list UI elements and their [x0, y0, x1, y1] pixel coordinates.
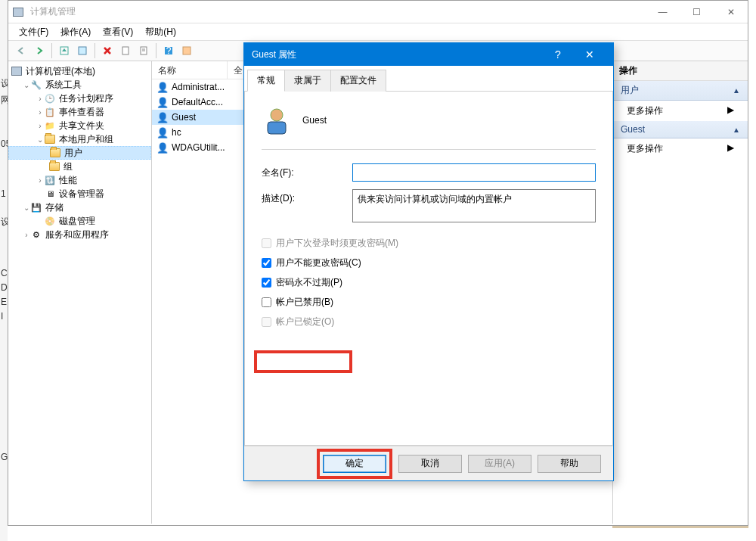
titlebar[interactable]: 计算机管理 — ☐ ✕: [8, 1, 748, 23]
actions-section-guest[interactable]: Guest▲: [613, 121, 748, 138]
actions-more-user[interactable]: 更多操作▶: [613, 101, 748, 121]
fullname-input[interactable]: [352, 163, 596, 182]
svg-rect-1: [79, 47, 86, 54]
tree-storage[interactable]: ⌄💾存储: [8, 201, 151, 214]
check-disabled-box[interactable]: [262, 297, 271, 307]
tree-disk-mgmt[interactable]: 📀磁盘管理: [8, 214, 151, 228]
dialog-tabs: 常规 隶属于 配置文件: [244, 66, 613, 92]
page2-button[interactable]: [135, 42, 152, 59]
tree-task-scheduler[interactable]: ›🕒任务计划程序: [8, 92, 151, 105]
tree-device-manager[interactable]: 🖥设备管理器: [8, 187, 151, 201]
app-icon: [13, 8, 23, 17]
up-button[interactable]: [56, 42, 73, 59]
user-icon: 👤: [156, 96, 169, 108]
svg-text:?: ?: [166, 45, 172, 56]
check-next-login: 用户下次登录时须更改密码(M): [262, 233, 596, 253]
check-cant-change[interactable]: 用户不能更改密码(C): [262, 253, 596, 272]
tree-root[interactable]: 计算机管理(本地): [8, 64, 151, 78]
check-never-expire-box[interactable]: [262, 278, 271, 288]
actions-more-guest[interactable]: 更多操作▶: [613, 138, 748, 159]
fullname-label: 全名(F):: [262, 163, 352, 179]
check-disabled[interactable]: 帐户已禁用(B): [262, 292, 596, 312]
delete-button[interactable]: [99, 42, 116, 59]
ok-button[interactable]: 确定: [323, 455, 386, 473]
actions-panel: 操作 用户▲ 更多操作▶ Guest▲ 更多操作▶: [613, 61, 748, 524]
menu-help[interactable]: 帮助(H): [141, 24, 181, 40]
tree-local-users-groups[interactable]: ⌄本地用户和组: [8, 132, 151, 146]
check-cant-change-box[interactable]: [262, 258, 271, 268]
apply-button: 应用(A): [468, 455, 531, 473]
user-icon: 👤: [156, 111, 169, 123]
forward-button[interactable]: [31, 42, 48, 59]
user-large-icon: [262, 105, 292, 135]
maximize-button[interactable]: ☐: [680, 1, 714, 23]
dialog-footer: 确定 取消 应用(A) 帮助: [244, 446, 613, 480]
help-button[interactable]: 帮助: [538, 455, 601, 473]
svg-rect-8: [183, 47, 191, 54]
user-icon: 👤: [156, 81, 169, 93]
description-label: 描述(D):: [262, 189, 352, 205]
col-name-header[interactable]: 名称: [152, 61, 228, 79]
help-button[interactable]: ?: [160, 42, 177, 59]
tree-performance[interactable]: ›🔃性能: [8, 173, 151, 187]
dialog-body: Guest 全名(F): 描述(D): 用户下次登录时须更改密码(M) 用户不能…: [244, 92, 613, 446]
window-title: 计算机管理: [30, 5, 76, 18]
tree-panel[interactable]: 计算机管理(本地) ⌄🔧系统工具 ›🕒任务计划程序 ›📋事件查看器 ›📁共享文件…: [8, 61, 152, 524]
check-next-login-box: [262, 238, 271, 248]
guest-properties-dialog: Guest 属性 ? ✕ 常规 隶属于 配置文件 Guest 全名(F): 描述…: [243, 42, 614, 481]
dialog-titlebar[interactable]: Guest 属性 ? ✕: [244, 43, 613, 66]
tab-profile[interactable]: 配置文件: [330, 70, 386, 92]
tree-system-tools[interactable]: ⌄🔧系统工具: [8, 78, 151, 92]
tree-services-apps[interactable]: ›⚙服务和应用程序: [8, 228, 151, 241]
collapse-icon: ▲: [733, 86, 740, 95]
collapse-icon: ▲: [733, 126, 740, 134]
menu-file[interactable]: 文件(F): [14, 24, 53, 40]
divider: [262, 149, 596, 150]
tab-general[interactable]: 常规: [247, 70, 285, 92]
check-locked: 帐户已锁定(O): [262, 312, 596, 331]
tree-groups[interactable]: 组: [8, 160, 151, 173]
chevron-right-icon: ▶: [727, 104, 734, 117]
dialog-title: Guest 属性: [252, 48, 296, 61]
menubar: 文件(F) 操作(A) 查看(V) 帮助(H): [8, 23, 748, 40]
check-locked-box: [262, 317, 271, 327]
minimize-button[interactable]: —: [646, 1, 680, 23]
highlight-ok-button: 确定: [317, 449, 392, 479]
view-button[interactable]: [178, 42, 195, 59]
properties-button[interactable]: [74, 42, 91, 59]
chevron-right-icon: ▶: [727, 142, 734, 155]
actions-title: 操作: [613, 61, 748, 81]
actions-section-user[interactable]: 用户▲: [613, 81, 748, 101]
cancel-button[interactable]: 取消: [398, 455, 462, 473]
svg-rect-2: [122, 47, 129, 54]
user-icon: 👤: [156, 141, 169, 154]
svg-rect-10: [268, 122, 286, 134]
user-icon: 👤: [156, 126, 169, 138]
dialog-close-button[interactable]: ✕: [574, 43, 606, 66]
tree-event-viewer[interactable]: ›📋事件查看器: [8, 105, 151, 119]
tree-users[interactable]: 用户: [8, 146, 151, 160]
description-input[interactable]: [352, 189, 596, 222]
tree-shared-folders[interactable]: ›📁共享文件夹: [8, 119, 151, 132]
highlight-disabled-checkbox: [254, 350, 352, 373]
back-button[interactable]: [13, 42, 29, 59]
page1-button[interactable]: [117, 42, 134, 59]
menu-action[interactable]: 操作(A): [56, 24, 95, 40]
svg-point-9: [271, 109, 283, 121]
check-never-expire[interactable]: 密码永不过期(P): [262, 272, 596, 292]
cropped-left-edge: 设 网 05 1 设 C D E I G: [0, 0, 8, 541]
dialog-help-button[interactable]: ?: [542, 43, 574, 66]
close-button[interactable]: ✕: [714, 1, 748, 23]
menu-view[interactable]: 查看(V): [98, 24, 138, 40]
user-name-display: Guest: [302, 115, 327, 126]
tab-member-of[interactable]: 隶属于: [284, 70, 331, 92]
